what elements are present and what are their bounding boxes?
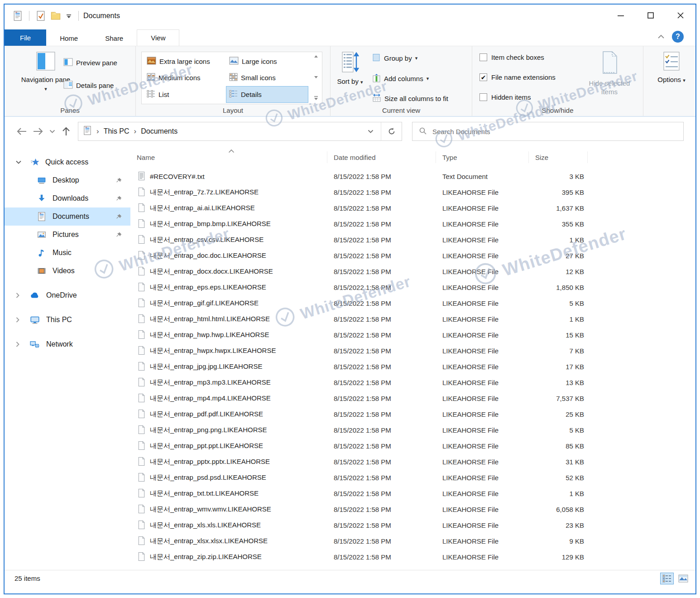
chevron-down-icon[interactable]	[15, 160, 22, 164]
file-row[interactable]: 내문서_entrap_doc.doc.LIKEAHORSE8/15/2022 1…	[130, 248, 695, 264]
tab-share[interactable]: Share	[91, 30, 137, 46]
file-row[interactable]: 내문서_entrap_png.png.LIKEAHORSE8/15/2022 1…	[130, 422, 695, 438]
column-header-size[interactable]: Size	[529, 151, 588, 163]
file-size: 1,850 KB	[529, 284, 588, 291]
file-size: 7,537 KB	[529, 395, 588, 402]
search-input[interactable]: Search Documents	[412, 122, 684, 141]
file-name: 내문서_entrap_bmp.bmp.LIKEAHORSE	[150, 220, 271, 228]
sidebar-item-network[interactable]: Network	[5, 335, 130, 353]
address-bar[interactable]: › This PC › Documents	[78, 122, 402, 141]
tab-view[interactable]: View	[137, 29, 179, 46]
column-header-date-modified[interactable]: Date modified	[327, 151, 436, 163]
file-row[interactable]: 내문서_entrap_zip.zip.LIKEAHORSE8/15/2022 1…	[130, 549, 695, 565]
refresh-icon[interactable]	[381, 122, 402, 140]
file-row[interactable]: 내문서_entrap_html.html.LIKEAHORSE8/15/2022…	[130, 311, 695, 327]
sidebar-item-downloads[interactable]: Downloads	[5, 189, 130, 207]
size-all-columns-button[interactable]: Size all columns to fit	[372, 93, 448, 104]
sidebar-item-desktop[interactable]: Desktop	[5, 171, 130, 189]
chevron-right-icon[interactable]	[15, 317, 22, 323]
details-pane-button[interactable]: Details pane	[63, 81, 114, 90]
recent-locations-icon[interactable]	[47, 124, 57, 139]
minimize-button[interactable]	[606, 8, 636, 23]
back-icon[interactable]	[14, 124, 29, 139]
collapse-ribbon-icon[interactable]	[657, 33, 665, 41]
file-date: 8/15/2022 1:58 PM	[327, 284, 436, 291]
file-row[interactable]: 내문서_entrap_jpg.jpg.LIKEAHORSE8/15/2022 1…	[130, 359, 695, 375]
help-icon[interactable]: ?	[672, 31, 684, 43]
address-dropdown-icon[interactable]	[360, 122, 381, 140]
file-row[interactable]: 내문서_entrap_mp3.mp3.LIKEAHORSE8/15/2022 1…	[130, 375, 695, 391]
layout-scrollbar[interactable]	[308, 53, 324, 103]
file-row[interactable]: 내문서_entrap_xls.xls.LIKEAHORSE8/15/2022 1…	[130, 517, 695, 533]
file-row[interactable]: 내문서_entrap_bmp.bmp.LIKEAHORSE8/15/2022 1…	[130, 216, 695, 232]
file-name: 내문서_entrap_xlsx.xlsx.LIKEAHORSE	[150, 537, 268, 545]
file-row[interactable]: 내문서_entrap_txt.txt.LIKEAHORSE8/15/2022 1…	[130, 486, 695, 502]
up-icon[interactable]	[59, 124, 73, 139]
sidebar-item-music[interactable]: Music	[5, 244, 130, 262]
sidebar-item-this-pc[interactable]: This PC	[5, 311, 130, 329]
file-row[interactable]: 내문서_entrap_csv.csv.LIKEAHORSE8/15/2022 1…	[130, 232, 695, 248]
add-columns-button[interactable]: Add columns ▾	[372, 73, 429, 84]
layout-option-medium-icons[interactable]: Medium icons	[144, 70, 226, 87]
file-row[interactable]: 내문서_entrap_hwpx.hwpx.LIKEAHORSE8/15/2022…	[130, 343, 695, 359]
preview-pane-button[interactable]: Preview pane	[63, 58, 117, 68]
chevron-right-icon[interactable]	[15, 341, 22, 347]
file-row[interactable]: 내문서_entrap_ai.ai.LIKEAHORSE8/15/2022 1:5…	[130, 200, 695, 216]
file-name: 내문서_entrap_zip.zip.LIKEAHORSE	[150, 553, 262, 561]
file-icon	[138, 282, 145, 293]
maximize-button[interactable]	[636, 8, 666, 23]
file-row[interactable]: 내문서_entrap_xlsx.xlsx.LIKEAHORSE8/15/2022…	[130, 533, 695, 549]
file-date: 8/15/2022 1:58 PM	[327, 220, 436, 228]
file-name: 내문서_entrap_txt.txt.LIKEAHORSE	[150, 489, 259, 498]
chevron-right-icon[interactable]	[15, 292, 22, 299]
tab-home[interactable]: Home	[46, 30, 91, 46]
forward-icon[interactable]	[31, 124, 45, 139]
breadcrumb-documents[interactable]: Documents	[141, 127, 177, 135]
close-button[interactable]	[666, 8, 695, 23]
file-row[interactable]: 내문서_entrap_docx.docx.LIKEAHORSE8/15/2022…	[130, 264, 695, 280]
file-row[interactable]: #RECOVERY#.txt8/15/2022 1:58 PMText Docu…	[130, 169, 695, 184]
tab-file[interactable]: File	[5, 29, 46, 46]
folder-icon[interactable]	[50, 10, 61, 21]
file-row[interactable]: 내문서_entrap_pdf.pdf.LIKEAHORSE8/15/2022 1…	[130, 406, 695, 422]
file-type: LIKEAHORSE File	[436, 379, 529, 386]
group-by-button[interactable]: Group by ▾	[372, 53, 417, 63]
file-row[interactable]: 내문서_entrap_7z.7z.LIKEAHORSE8/15/2022 1:5…	[130, 184, 695, 200]
checkbox-file-name-extensions[interactable]: ✔File name extensions	[479, 73, 556, 81]
details-view-button[interactable]	[660, 573, 674, 584]
sort-ascending-icon[interactable]	[228, 147, 235, 154]
breadcrumb-this-pc[interactable]: This PC	[104, 127, 129, 135]
layout-option-small-icons[interactable]: Small icons	[226, 70, 308, 87]
layout-option-large-icons[interactable]: Large icons	[226, 53, 308, 70]
file-row[interactable]: 내문서_entrap_hwp.hwp.LIKEAHORSE8/15/2022 1…	[130, 327, 695, 343]
file-name: 내문서_entrap_docx.docx.LIKEAHORSE	[150, 267, 273, 276]
file-row[interactable]: 내문서_entrap_psd.psd.LIKEAHORSE8/15/2022 1…	[130, 470, 695, 486]
options-button[interactable]: Options ▾	[655, 51, 688, 85]
sort-by-button[interactable]: Sort by ▾	[337, 51, 363, 87]
hide-selected-items-button[interactable]: Hide selected items	[580, 50, 639, 96]
file-name: 내문서_entrap_hwpx.hwpx.LIKEAHORSE	[150, 347, 276, 355]
file-size: 25 KB	[529, 410, 588, 418]
layout-option-details[interactable]: Details	[226, 86, 308, 103]
customize-toolbar-dropdown-icon[interactable]	[66, 13, 72, 19]
file-row[interactable]: 내문서_entrap_wmv.wmv.LIKEAHORSE8/15/2022 1…	[130, 502, 695, 517]
file-row[interactable]: 내문서_entrap_ppt.ppt.LIKEAHORSE8/15/2022 1…	[130, 438, 695, 454]
thumbnail-view-button[interactable]	[676, 573, 690, 584]
file-row[interactable]: 내문서_entrap_eps.eps.LIKEAHORSE8/15/2022 1…	[130, 280, 695, 295]
sidebar-item-videos[interactable]: Videos	[5, 262, 130, 280]
document-icon	[13, 10, 23, 21]
sidebar-item-onedrive[interactable]: OneDrive	[5, 286, 130, 304]
layout-option-list[interactable]: List	[144, 86, 226, 103]
file-row[interactable]: 내문서_entrap_gif.gif.LIKEAHORSE8/15/2022 1…	[130, 295, 695, 311]
sidebar-item-documents[interactable]: Documents	[5, 207, 130, 226]
checkmark-page-icon[interactable]	[36, 10, 46, 21]
sidebar-item-quick-access[interactable]: Quick access	[5, 153, 130, 171]
checkbox-hidden-items[interactable]: Hidden items	[479, 93, 531, 101]
file-row[interactable]: 내문서_entrap_mp4.mp4.LIKEAHORSE8/15/2022 1…	[130, 391, 695, 406]
column-header-type[interactable]: Type	[436, 151, 529, 163]
file-icon	[138, 346, 145, 357]
layout-option-extra-large-icons[interactable]: Extra large icons	[144, 53, 226, 70]
sidebar-item-pictures[interactable]: Pictures	[5, 226, 130, 244]
checkbox-item-check-boxes[interactable]: Item check boxes	[479, 53, 544, 61]
file-row[interactable]: 내문서_entrap_pptx.pptx.LIKEAHORSE8/15/2022…	[130, 454, 695, 470]
